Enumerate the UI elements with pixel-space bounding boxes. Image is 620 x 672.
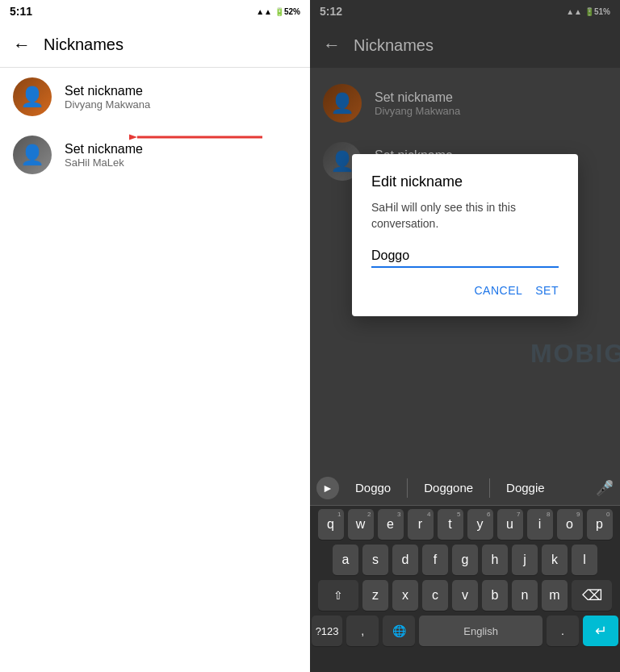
key-o[interactable]: o9 (557, 509, 583, 540)
avatar-divyang (13, 77, 52, 116)
page-title-left: Nicknames (44, 35, 124, 54)
key-n[interactable]: n (512, 580, 538, 611)
keyboard: ► Doggo Doggone Doggie 🎤 q1 w2 e3 r4 t5 … (310, 470, 620, 672)
nickname-list-left: Set nickname Divyang Makwana Set nicknam… (0, 68, 310, 672)
key-q[interactable]: q1 (318, 509, 344, 540)
user-name-divyang: Divyang Makwana (65, 98, 150, 111)
suggestion-doggone[interactable]: Doggone (414, 476, 483, 499)
comma-key[interactable]: , (346, 616, 379, 646)
key-i[interactable]: i8 (527, 509, 553, 540)
expand-keyboard-button[interactable]: ► (316, 477, 339, 499)
nickname-input[interactable] (371, 245, 559, 266)
key-g[interactable]: g (452, 545, 478, 575)
dialog-buttons: CANCEL SET (371, 284, 559, 297)
key-d[interactable]: d (392, 545, 418, 575)
back-button-left[interactable]: ← (13, 35, 31, 56)
key-rows: q1 w2 e3 r4 t5 y6 u7 i8 o9 p0 a s d f g … (310, 506, 620, 672)
suggestions-bar: ► Doggo Doggone Doggie 🎤 (310, 470, 620, 506)
red-arrow-left (129, 125, 266, 149)
key-s[interactable]: s (362, 545, 388, 575)
dialog-input-wrapper (371, 245, 559, 268)
key-f[interactable]: f (422, 545, 448, 575)
space-key[interactable]: English (419, 616, 542, 646)
key-y[interactable]: y6 (467, 509, 493, 540)
microphone-icon[interactable]: 🎤 (596, 479, 614, 497)
nickname-item-divyang[interactable]: Set nickname Divyang Makwana (0, 68, 310, 126)
key-r[interactable]: r4 (408, 509, 434, 540)
left-panel: 5:11 ▲▲ 🔋52% ← Nicknames Set nickname Di… (0, 0, 310, 672)
dialog-subtitle: SaHil will only see this in this convers… (371, 200, 559, 232)
key-h[interactable]: h (482, 545, 508, 575)
status-bar-left: 5:11 ▲▲ 🔋52% (0, 0, 310, 23)
num-key[interactable]: ?123 (312, 616, 342, 646)
key-row-3: ⇧ z x c v b n m ⌫ (312, 580, 618, 611)
user-name-sahil: SaHil MaLek (65, 157, 143, 169)
key-t[interactable]: t5 (438, 509, 463, 540)
key-e[interactable]: e3 (378, 509, 404, 540)
suggestion-divider-1 (407, 478, 408, 498)
key-l[interactable]: l (572, 545, 597, 575)
status-time-left: 5:11 (10, 5, 32, 18)
suggestion-doggie[interactable]: Doggie (496, 476, 555, 499)
key-j[interactable]: j (512, 545, 538, 575)
key-row-2: a s d f g h j k l (312, 545, 618, 575)
set-nickname-label-1: Set nickname (65, 84, 150, 98)
key-k[interactable]: k (542, 545, 568, 575)
key-z[interactable]: z (362, 580, 388, 611)
key-m[interactable]: m (542, 580, 568, 611)
key-row-4: ?123 , 🌐 English . ↵ (312, 616, 618, 649)
key-p[interactable]: p0 (587, 509, 613, 540)
period-key[interactable]: . (547, 616, 579, 646)
suggestion-doggo[interactable]: Doggo (346, 476, 400, 499)
set-button[interactable]: SET (535, 284, 559, 297)
key-x[interactable]: x (392, 580, 418, 611)
cancel-button[interactable]: CANCEL (474, 284, 522, 297)
nickname-text-divyang: Set nickname Divyang Makwana (65, 84, 150, 111)
shift-key[interactable]: ⇧ (318, 580, 358, 611)
backspace-key[interactable]: ⌫ (572, 580, 612, 611)
key-c[interactable]: c (422, 580, 448, 611)
key-a[interactable]: a (333, 545, 358, 575)
right-panel: 5:12 ▲▲ 🔋51% ← Nicknames Set nickname Di… (310, 0, 620, 672)
key-b[interactable]: b (482, 580, 508, 611)
dialog-title: Edit nickname (371, 173, 559, 190)
header-left: ← Nicknames (0, 23, 310, 68)
suggestion-divider-2 (489, 478, 490, 498)
edit-nickname-dialog: Edit nickname SaHil will only see this i… (352, 154, 578, 315)
key-v[interactable]: v (452, 580, 478, 611)
status-icons-left: ▲▲ 🔋52% (256, 7, 300, 16)
key-row-1: q1 w2 e3 r4 t5 y6 u7 i8 o9 p0 (312, 509, 618, 540)
avatar-sahil (13, 136, 52, 174)
key-u[interactable]: u7 (497, 509, 523, 540)
key-w[interactable]: w2 (348, 509, 374, 540)
globe-key[interactable]: 🌐 (383, 616, 415, 646)
dialog-overlay: Edit nickname SaHil will only see this i… (310, 0, 620, 470)
enter-key[interactable]: ↵ (583, 616, 618, 646)
